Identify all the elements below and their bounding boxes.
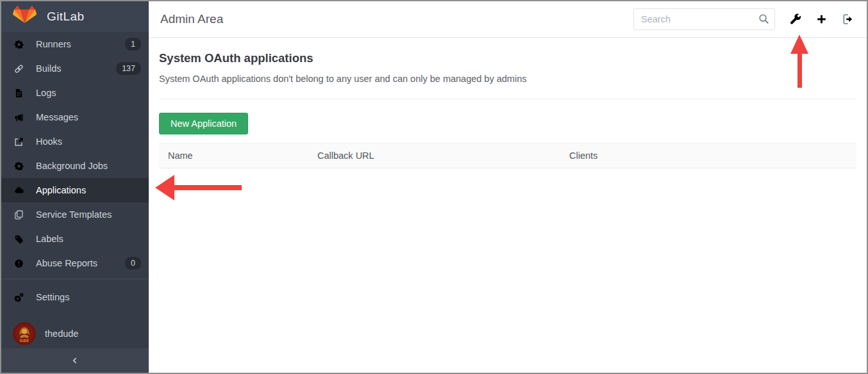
sidebar-collapse-button[interactable] [1, 348, 149, 373]
sidebar-item-label: Service Templates [36, 209, 141, 220]
cogs-icon [13, 292, 24, 302]
sidebar-nav: Runners 1 Builds 137 Logs Messages Hooks [1, 32, 149, 275]
count-badge: 137 [116, 62, 141, 76]
sidebar-item-labels[interactable]: Labels [1, 227, 149, 251]
sidebar-item-label: Logs [36, 88, 141, 98]
sidebar-item-background-jobs[interactable]: Background Jobs [1, 154, 149, 178]
bullhorn-icon [13, 112, 24, 122]
top-header-bar: Admin Area [149, 1, 867, 38]
cog-icon [13, 39, 24, 49]
username-label: thedude [45, 329, 78, 339]
gitlab-admin-window: GitLab Runners 1 Builds 137 Logs Message… [0, 0, 868, 374]
oauth-applications-section: System OAuth applications System OAuth a… [149, 38, 867, 373]
sidebar-item-hooks[interactable]: Hooks [1, 129, 149, 154]
sidebar-divider [1, 279, 149, 279]
column-header-callback-url: Callback URL [308, 150, 560, 161]
external-link-icon [13, 136, 24, 147]
cloud-icon [13, 185, 24, 195]
exclamation-circle-icon [13, 258, 24, 268]
sidebar-item-messages[interactable]: Messages [1, 105, 149, 129]
column-header-clients: Clients [560, 150, 856, 161]
sidebar-item-label: Applications [36, 185, 141, 195]
gitlab-wordmark: GitLab [47, 10, 84, 24]
sidebar-item-builds[interactable]: Builds 137 [1, 56, 149, 81]
svg-text:DUDE: DUDE [20, 338, 29, 343]
sidebar-item-service-templates[interactable]: Service Templates [1, 202, 149, 227]
section-description: System OAuth applications don't belong t… [159, 74, 856, 84]
wrench-icon[interactable] [789, 13, 801, 25]
count-badge: 1 [125, 38, 141, 51]
sidebar-item-label: Runners [36, 39, 125, 49]
plus-icon[interactable] [815, 13, 828, 25]
sidebar-item-logs[interactable]: Logs [1, 81, 149, 105]
admin-sidebar: GitLab Runners 1 Builds 137 Logs Message… [1, 1, 149, 373]
column-header-name: Name [159, 150, 308, 161]
search-box [633, 8, 775, 30]
main-panel: Admin Area System OAuth applications Sys… [149, 1, 867, 373]
section-heading: System OAuth applications [159, 51, 856, 65]
sidebar-item-label: Hooks [36, 136, 141, 147]
table-header-row: Name Callback URL Clients [159, 143, 856, 168]
chevron-left-icon [71, 356, 79, 365]
sidebar-item-abuse-reports[interactable]: Abuse Reports 0 [1, 251, 149, 275]
file-text-icon [13, 88, 24, 98]
count-badge: 0 [125, 257, 141, 270]
sidebar-item-settings[interactable]: Settings [1, 285, 149, 309]
sign-out-icon[interactable] [842, 13, 854, 25]
header-actions [633, 8, 854, 30]
avatar: DUDE [13, 322, 36, 345]
tag-icon [13, 234, 24, 244]
sidebar-item-runners[interactable]: Runners 1 [1, 32, 149, 56]
copy-icon [13, 209, 24, 220]
link-icon [13, 63, 24, 74]
sidebar-item-label: Labels [36, 234, 141, 244]
cog-icon [13, 161, 24, 171]
sidebar-item-label: Messages [36, 112, 141, 122]
new-application-button[interactable]: New Application [159, 113, 248, 134]
sidebar-item-label: Settings [36, 292, 141, 302]
sidebar-item-label: Abuse Reports [36, 258, 125, 268]
sidebar-user-profile[interactable]: DUDE thedude [1, 317, 149, 350]
sidebar-item-label: Background Jobs [36, 161, 141, 171]
gitlab-tanuki-logo-icon [13, 5, 37, 28]
section-divider [159, 99, 856, 99]
applications-table: Name Callback URL Clients [159, 143, 856, 168]
search-input[interactable] [633, 8, 775, 30]
gitlab-home-link[interactable]: GitLab [1, 1, 149, 32]
sidebar-item-label: Builds [36, 63, 116, 74]
search-icon [758, 13, 769, 24]
sidebar-item-applications[interactable]: Applications [1, 178, 149, 202]
page-title: Admin Area [160, 12, 223, 26]
